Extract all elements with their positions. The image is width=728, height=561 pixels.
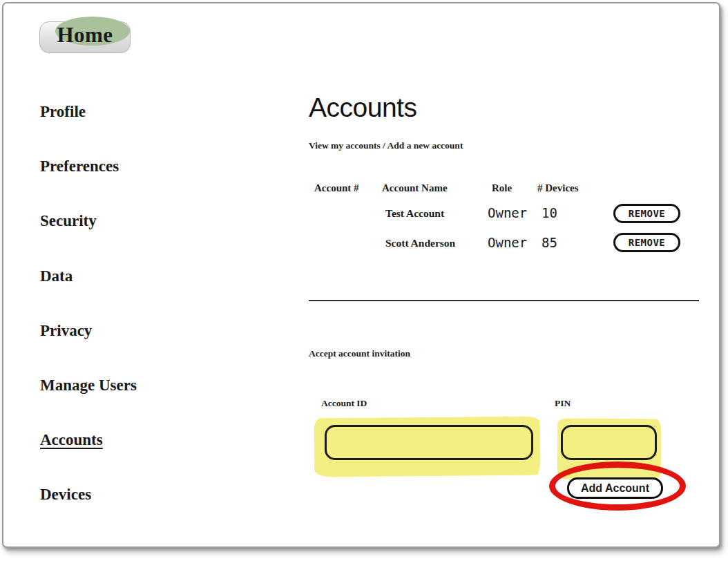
account-name-cell: Scott Anderson <box>385 237 455 249</box>
account-id-label: Account ID <box>321 398 367 409</box>
home-button-label[interactable]: Home <box>39 23 131 48</box>
add-account-button[interactable]: Add Account <box>567 477 663 499</box>
page-title: Accounts <box>309 93 416 123</box>
column-header-account-number: Account # <box>314 182 359 194</box>
column-header-role: Role <box>492 182 512 194</box>
sidebar-item-devices[interactable]: Devices <box>40 486 91 504</box>
remove-account-button[interactable]: REMOVE <box>613 233 680 252</box>
account-devices-cell: 10 <box>542 205 557 220</box>
invitation-heading: Accept account invitation <box>309 348 410 359</box>
sidebar-item-accounts[interactable]: Accounts <box>40 431 103 449</box>
remove-account-button[interactable]: REMOVE <box>613 204 680 223</box>
account-id-input[interactable] <box>325 425 533 460</box>
account-role-cell: Owner <box>488 235 527 250</box>
column-header-devices: # Devices <box>537 182 579 194</box>
sidebar-item-profile[interactable]: Profile <box>40 103 86 121</box>
pin-label: PIN <box>555 398 571 409</box>
sidebar-item-privacy[interactable]: Privacy <box>40 322 92 340</box>
sidebar-item-preferences[interactable]: Preferences <box>40 158 119 175</box>
sidebar-item-security[interactable]: Security <box>40 212 97 230</box>
column-header-account-name: Account Name <box>382 182 448 194</box>
sidebar-item-data[interactable]: Data <box>40 267 73 285</box>
account-name-cell: Test Account <box>385 207 444 220</box>
page-subtitle: View my accounts / Add a new account <box>309 140 463 151</box>
screenshot-canvas: Home Profile Preferences Security Data P… <box>0 0 728 561</box>
account-role-cell: Owner <box>488 205 527 220</box>
sidebar-item-manage-users[interactable]: Manage Users <box>40 377 137 394</box>
account-devices-cell: 85 <box>542 235 557 250</box>
pin-input[interactable] <box>561 425 657 460</box>
section-divider <box>309 300 699 301</box>
